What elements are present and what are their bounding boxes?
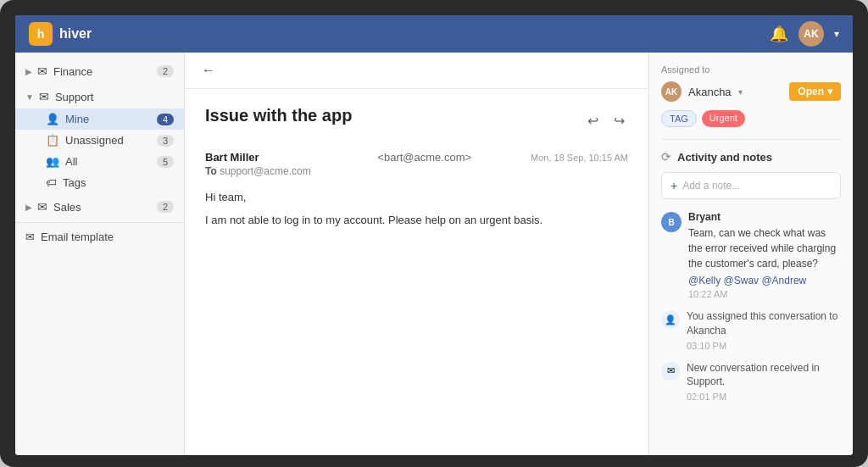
activity-log-1: 👤 You assigned this conversation to Akan…	[661, 309, 841, 351]
log-text-2: New conversation received in Support.	[687, 361, 841, 390]
log-time-2: 02:01 PM	[687, 392, 841, 402]
note-mentions-bryant: @Kelly @Swav @Andrew	[688, 275, 841, 286]
assignee-avatar: AK	[661, 81, 682, 102]
log-body-2: New conversation received in Support. 02…	[687, 361, 841, 403]
note-body-bryant: Bryant Team, can we check what was the e…	[688, 211, 841, 299]
topbar-icons: 🔔 AK ▾	[770, 21, 839, 47]
email-greeting: Hi team,	[205, 189, 628, 207]
mine-icon: 👤	[46, 113, 59, 125]
tag-chip-tag[interactable]: TAG	[661, 110, 697, 127]
right-panel: Assigned to AK Akancha ▾ Open ▾ TAG	[649, 53, 853, 455]
finance-icon: ✉	[37, 64, 47, 78]
activity-header: ⟳ Activity and notes	[661, 150, 841, 164]
sidebar-item-all[interactable]: 👥 All 5	[15, 151, 184, 172]
sidebar-item-mine[interactable]: 👤 Mine 4	[15, 108, 184, 130]
back-button[interactable]: ←	[202, 63, 215, 78]
email-from-addr: <bart@acme.com>	[377, 151, 471, 164]
section-divider	[661, 139, 841, 140]
email-meta: Bart Miller <bart@acme.com> Mon, 18 Sep,…	[205, 151, 628, 177]
open-button[interactable]: Open ▾	[789, 82, 841, 101]
sidebar-group-sales: ▶ ✉ Sales 2	[15, 195, 184, 219]
sidebar-group-finance-header[interactable]: ▶ ✉ Finance 2	[15, 59, 184, 83]
support-chevron: ▼	[25, 92, 34, 102]
email-content: Hi team, I am not able to log in to my a…	[205, 189, 628, 230]
assignee-name[interactable]: Akancha	[688, 86, 732, 98]
email-body: Issue with the app ↩ ↪ Bart Miller <bart…	[185, 89, 648, 455]
mine-badge: 4	[157, 114, 174, 125]
sidebar-divider	[15, 222, 184, 223]
mine-label: Mine	[65, 113, 89, 125]
finance-label: Finance	[53, 65, 92, 78]
email-to-line: To support@acme.com	[205, 165, 628, 177]
email-to-addr: support@acme.com	[220, 165, 311, 177]
log-icon-2: ✉	[661, 362, 680, 381]
tags-row: TAG Urgent	[661, 110, 841, 127]
sales-label: Sales	[53, 201, 81, 214]
log-icon-1: 👤	[661, 310, 680, 329]
main-content: ▶ ✉ Finance 2 ▼ ✉ Support 👤	[15, 53, 853, 455]
all-icon: 👥	[46, 155, 59, 168]
finance-chevron: ▶	[25, 67, 32, 76]
sales-badge: 2	[157, 201, 174, 213]
add-note-plus-icon: +	[670, 179, 677, 192]
sidebar-item-unassigned[interactable]: 📋 Unassigned 3	[15, 130, 184, 151]
sales-icon: ✉	[37, 200, 47, 214]
topbar: h hiver 🔔 AK ▾	[15, 15, 853, 53]
tags-label: Tags	[63, 176, 86, 189]
activity-note-bryant: B Bryant Team, can we check what was the…	[661, 211, 841, 299]
unassigned-label: Unassigned	[65, 134, 124, 147]
activity-icon: ⟳	[661, 150, 671, 164]
support-label: Support	[55, 91, 94, 103]
all-label: All	[65, 155, 77, 168]
email-from-name: Bart Miller	[205, 151, 259, 164]
email-to-label: To	[205, 165, 217, 177]
note-text-bryant: Team, can we check what was the error re…	[688, 225, 841, 271]
unassigned-icon: 📋	[46, 134, 59, 147]
sidebar-group-sales-header[interactable]: ▶ ✉ Sales 2	[15, 195, 184, 219]
tags-icon: 🏷	[46, 176, 57, 189]
note-avatar-bryant: B	[661, 212, 682, 232]
note-author-bryant: Bryant	[688, 211, 841, 223]
bell-icon[interactable]: 🔔	[770, 25, 788, 43]
email-panel: ← Issue with the app ↩ ↪ Bart Miller	[185, 53, 649, 455]
tag-chip-urgent[interactable]: Urgent	[702, 110, 745, 127]
user-avatar[interactable]: AK	[798, 21, 824, 47]
logo-icon: h	[29, 22, 53, 46]
support-icon: ✉	[39, 90, 49, 103]
assigned-row: AK Akancha ▾ Open ▾	[661, 81, 841, 102]
email-toolbar: ←	[185, 53, 648, 89]
log-text-1: You assigned this conversation to Akanch…	[687, 309, 841, 338]
reply-button[interactable]: ↩	[584, 109, 602, 132]
activity-log-2: ✉ New conversation received in Support. …	[661, 361, 841, 403]
support-children: 👤 Mine 4 📋 Unassigned 3 👥 All 5	[15, 108, 184, 193]
sidebar-item-email-template[interactable]: ✉ Email template	[15, 226, 184, 247]
sidebar-group-support-header[interactable]: ▼ ✉ Support	[15, 85, 184, 108]
email-template-label: Email template	[41, 231, 114, 243]
email-subject: Issue with the app	[205, 106, 352, 125]
add-note-row[interactable]: + Add a note...	[661, 172, 841, 199]
open-btn-chevron: ▾	[827, 86, 832, 97]
logo-area: h hiver	[29, 22, 92, 46]
finance-badge: 2	[157, 65, 174, 77]
sidebar-group-finance: ▶ ✉ Finance 2	[15, 59, 184, 83]
laptop-frame: h hiver 🔔 AK ▾ ▶ ✉	[0, 0, 868, 467]
all-badge: 5	[157, 156, 174, 168]
add-note-placeholder: Add a note...	[682, 180, 740, 192]
assignee-chevron[interactable]: ▾	[738, 87, 743, 97]
screen: h hiver 🔔 AK ▾ ▶ ✉	[15, 15, 853, 455]
sales-chevron: ▶	[25, 203, 32, 212]
user-menu-chevron[interactable]: ▾	[834, 28, 839, 40]
sidebar-item-tags[interactable]: 🏷 Tags	[15, 172, 184, 193]
reply-all-button[interactable]: ↪	[610, 109, 628, 132]
sidebar: ▶ ✉ Finance 2 ▼ ✉ Support 👤	[15, 53, 185, 455]
logo-text: hiver	[59, 26, 92, 42]
note-time-bryant: 10:22 AM	[688, 289, 841, 299]
email-date: Mon, 18 Sep, 10:15 AM	[531, 153, 628, 163]
sidebar-group-support: ▼ ✉ Support 👤 Mine 4 📋 Unassigned	[15, 85, 184, 193]
assigned-to-label: Assigned to	[661, 64, 841, 75]
log-body-1: You assigned this conversation to Akanch…	[687, 309, 841, 351]
unassigned-badge: 3	[157, 135, 174, 147]
activity-title: Activity and notes	[677, 151, 772, 164]
log-time-1: 03:10 PM	[687, 341, 841, 351]
email-template-icon: ✉	[25, 231, 35, 243]
